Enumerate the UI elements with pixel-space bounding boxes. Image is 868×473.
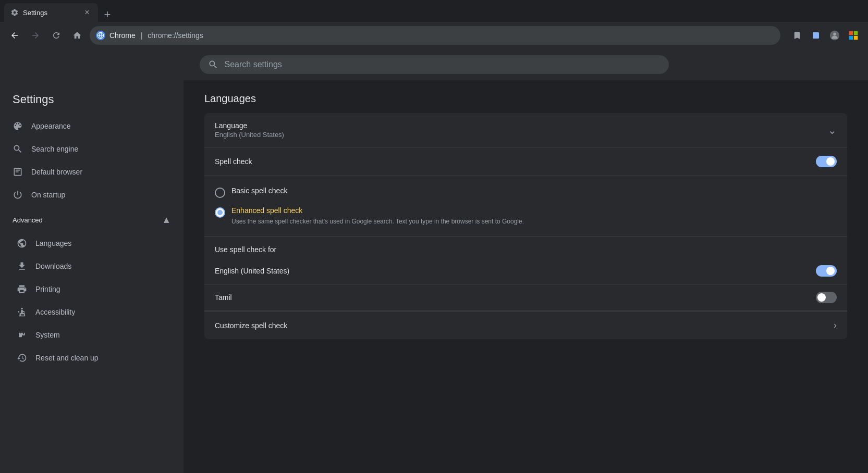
advanced-section-header[interactable]: Advanced ▲ [0, 208, 184, 232]
sidebar-item-reset[interactable]: Reset and clean up [0, 346, 179, 369]
tamil-language-row: Tamil [204, 284, 847, 311]
settings-tab[interactable]: Settings × [4, 3, 98, 22]
english-slider [816, 265, 837, 277]
advanced-sub-items: Languages Downloads Printing [0, 232, 184, 369]
language-dropdown-row[interactable]: Language English (United States) ⌄ [204, 113, 847, 147]
customize-chevron-right: › [834, 320, 837, 331]
english-language-row: English (United States) [204, 258, 847, 284]
reset-icon [17, 353, 27, 363]
sidebar-item-label-languages: Languages [35, 239, 71, 247]
language-info: Language English (United States) [215, 121, 284, 139]
enhanced-spell-check-label: Enhanced spell check [231, 206, 524, 215]
right-panel: Settings Appearance Search engine [0, 49, 868, 473]
home-button[interactable] [69, 27, 85, 44]
search-input[interactable] [225, 60, 661, 69]
url-separator: | [141, 31, 143, 40]
sidebar-item-appearance[interactable]: Appearance [0, 115, 179, 138]
sidebar-item-label-appearance: Appearance [31, 122, 71, 130]
sidebar-item-label-downloads: Downloads [35, 262, 71, 270]
svg-point-3 [833, 33, 836, 36]
basic-spell-check-radio[interactable] [215, 188, 225, 198]
globe-icon [17, 238, 27, 248]
profile-button[interactable] [826, 27, 843, 44]
forward-button[interactable] [27, 27, 44, 44]
system-icon [17, 330, 27, 340]
sidebar-item-system[interactable]: System [0, 323, 179, 346]
spell-check-for-label: Use spell check for [204, 237, 847, 258]
spell-check-label: Spell check [215, 157, 816, 166]
english-language-label: English (United States) [215, 267, 289, 275]
search-bar [200, 55, 669, 74]
svg-rect-5 [854, 31, 858, 35]
search-bar-container [0, 49, 868, 80]
sidebar-item-label-accessibility: Accessibility [35, 308, 75, 316]
customize-label: Customize spell check [215, 321, 287, 330]
svg-rect-7 [854, 36, 858, 40]
reload-button[interactable] [48, 27, 65, 44]
spell-check-row: Spell check [204, 147, 847, 176]
toolbar-icons [789, 27, 862, 44]
spell-check-info: Spell check [215, 157, 816, 166]
tab-label: Settings [23, 9, 47, 17]
power-icon [13, 190, 23, 200]
back-button[interactable] [6, 27, 23, 44]
basic-spell-check-label: Basic spell check [231, 186, 287, 195]
browser-icon [13, 167, 23, 177]
sidebar-item-languages[interactable]: Languages [0, 232, 179, 255]
enhanced-spell-check-label-wrapper: Enhanced spell check Uses the same spell… [231, 206, 524, 226]
sidebar-item-downloads[interactable]: Downloads [0, 255, 179, 278]
sidebar-item-on-startup[interactable]: On startup [0, 183, 179, 206]
settings-content: Languages Language English (United State… [184, 80, 868, 473]
sidebar-item-search-engine[interactable]: Search engine [0, 138, 179, 160]
spell-check-toggle[interactable] [816, 156, 837, 167]
svg-rect-1 [813, 32, 819, 39]
sidebar-item-label-printing: Printing [35, 285, 60, 293]
advanced-chevron: ▲ [162, 215, 171, 226]
url-display: Chrome | chrome://settings [109, 31, 203, 40]
tab-gear-icon [10, 8, 19, 17]
sidebar-item-label-browser: Default browser [31, 168, 82, 176]
sidebar: Settings Appearance Search engine [0, 80, 184, 473]
tab-close-button[interactable]: × [82, 8, 92, 17]
search-icon [208, 59, 218, 70]
spell-check-slider [816, 156, 837, 167]
tamil-toggle[interactable] [816, 292, 837, 303]
languages-heading: Languages [204, 93, 847, 113]
sidebar-title: Settings [0, 84, 184, 115]
palette-icon [13, 121, 23, 131]
tamil-language-label: Tamil [215, 293, 232, 302]
address-bar[interactable]: Chrome | chrome://settings [90, 26, 780, 45]
svg-rect-6 [849, 36, 853, 40]
navigation-bar: Chrome | chrome://settings [0, 22, 868, 49]
customize-spell-check-row[interactable]: Customize spell check › [204, 312, 847, 339]
language-value: English (United States) [215, 131, 284, 139]
download-icon [17, 261, 27, 271]
language-card: Language English (United States) ⌄ Spell… [204, 113, 847, 339]
advanced-label: Advanced [13, 216, 43, 224]
sidebar-item-printing[interactable]: Printing [0, 278, 179, 301]
language-label: Language [215, 121, 284, 130]
sidebar-item-default-browser[interactable]: Default browser [0, 160, 179, 183]
svg-rect-4 [849, 31, 853, 35]
english-toggle[interactable] [816, 265, 837, 277]
enhanced-spell-check-option[interactable]: Enhanced spell check Uses the same spell… [215, 202, 837, 230]
printer-icon [17, 284, 27, 294]
site-icon [96, 31, 105, 40]
enhanced-spell-check-radio[interactable] [215, 207, 225, 218]
sidebar-item-label-search: Search engine [31, 145, 78, 153]
enhanced-spell-check-description: Uses the same spell checker that's used … [231, 217, 524, 226]
new-tab-button[interactable]: + [100, 7, 115, 22]
basic-spell-check-label-wrapper: Basic spell check [231, 186, 287, 195]
windows-button[interactable] [845, 27, 862, 44]
tamil-slider [816, 292, 837, 303]
sidebar-item-label-system: System [35, 331, 60, 339]
tab-bar: Settings × + [0, 0, 868, 22]
language-dropdown-chevron[interactable]: ⌄ [828, 124, 837, 136]
sidebar-item-accessibility[interactable]: Accessibility [0, 301, 179, 323]
url-domain: Chrome [109, 31, 136, 40]
sidebar-item-label-startup: On startup [31, 191, 65, 199]
basic-spell-check-option[interactable]: Basic spell check [215, 182, 837, 202]
extension-button[interactable] [808, 27, 824, 44]
accessibility-icon [17, 307, 27, 317]
bookmark-button[interactable] [789, 27, 805, 44]
